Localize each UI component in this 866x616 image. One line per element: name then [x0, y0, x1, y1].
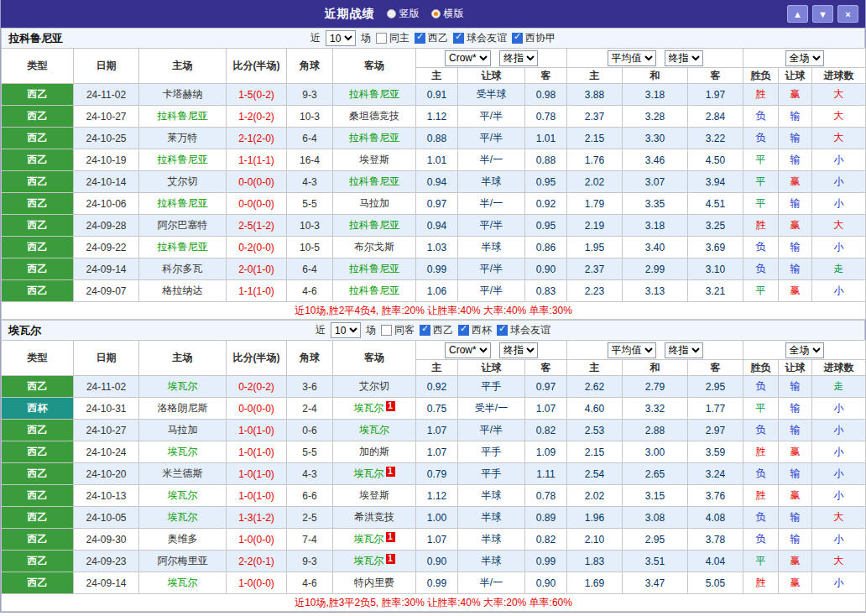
match-row: 西乙24-10-14艾尔切0-0(0-0)4-3拉科鲁尼亚0.94半球0.952…	[2, 171, 866, 193]
away-team: 拉科鲁尼亚	[333, 215, 416, 237]
scroll-up-button[interactable]: ▲	[787, 5, 808, 23]
avg-source-select[interactable]: 终指	[665, 50, 703, 66]
home-team-name: 马拉加	[168, 424, 198, 436]
checkbox-label: 同主	[389, 31, 410, 45]
corners: 4-6	[287, 572, 333, 594]
filter-checkbox-item[interactable]: 同主	[376, 31, 410, 45]
avg-odds-value: 1.79	[567, 193, 623, 215]
away-team: 埃瓦尔1	[333, 551, 416, 572]
odds-value: 0.90	[416, 551, 458, 572]
home-team-name: 埃瓦尔	[168, 446, 198, 457]
filter-bar: 近10场同客西乙西杯球会友谊	[2, 322, 864, 338]
avg-odds-value: 1.77	[688, 398, 743, 420]
header-select-cell: Crow*终指	[416, 341, 567, 360]
subcol-header: 胜负	[743, 68, 779, 84]
corners: 9-3	[287, 551, 333, 572]
avg-odds-value: 2.62	[567, 376, 623, 398]
odds-value: 半球	[458, 237, 525, 258]
checkbox-label: 西乙	[433, 323, 453, 337]
scroll-down-button[interactable]: ▼	[812, 5, 833, 23]
league-badge: 西乙	[2, 420, 74, 441]
league-badge: 西乙	[2, 280, 74, 302]
checkbox-checked-icon	[453, 33, 464, 44]
avg-odds-value: 3.59	[688, 441, 743, 463]
filter-checkbox-item[interactable]: 同客	[381, 323, 415, 337]
score: 1-0(1-0)	[227, 463, 287, 485]
away-team: 希洪竞技	[333, 507, 416, 529]
home-team: 埃瓦尔	[139, 572, 227, 594]
avg-odds-value: 3.21	[688, 280, 743, 302]
result-flag: 平	[743, 398, 779, 420]
result-flag: 输	[779, 258, 812, 280]
home-team: 埃瓦尔	[139, 485, 227, 507]
away-team: 埃瓦尔	[333, 420, 416, 441]
odds-value: 半球	[458, 529, 525, 551]
avg-odds-value: 3.25	[688, 215, 743, 237]
match-date: 24-10-25	[74, 128, 139, 149]
odds-value: 平/半	[458, 280, 525, 302]
odds-value: 半球	[458, 485, 525, 507]
avg-odds-value: 3.00	[623, 441, 688, 463]
match-date: 24-09-28	[74, 215, 139, 237]
filter-checkbox-item[interactable]: 西乙	[420, 323, 453, 337]
close-icon[interactable]: ×	[837, 5, 858, 23]
result-flag: 小	[812, 149, 866, 171]
away-team-name: 埃瓦尔	[359, 424, 389, 436]
checkbox-label: 球会友谊	[510, 323, 550, 337]
corners: 0-6	[287, 420, 333, 441]
away-team: 埃登斯	[333, 149, 416, 171]
avg-odds-value: 4.60	[567, 398, 623, 420]
match-row: 西乙24-10-20米兰德斯1-0(1-0)4-3埃瓦尔10.79平手1.112…	[2, 463, 866, 485]
odds-source-select[interactable]: Crow*	[445, 342, 491, 358]
match-date: 24-11-02	[74, 376, 139, 398]
recent-count-select[interactable]: 10	[331, 322, 361, 338]
avg-source-select[interactable]: 终指	[665, 342, 703, 358]
filter-checkbox-item[interactable]: 球会友谊	[497, 323, 550, 337]
away-team-name: 埃瓦尔	[354, 533, 384, 545]
score: 2-0(1-0)	[227, 258, 287, 280]
radio-horizontal-layout[interactable]: 横版	[431, 7, 464, 21]
radio-vertical-layout[interactable]: 竖版	[387, 7, 420, 21]
odds-source-select[interactable]: 终指	[499, 50, 538, 66]
score: 1-2(0-2)	[227, 106, 287, 128]
avg-odds-value: 4.08	[688, 507, 743, 529]
match-date: 24-09-14	[74, 258, 139, 280]
odds-value: 0.83	[525, 280, 567, 302]
filter-checkbox-item[interactable]: 西杯	[458, 323, 492, 337]
filter-checkbox-item[interactable]: 西乙	[415, 31, 448, 45]
odds-value: 平/半	[458, 128, 525, 149]
away-team: 埃登斯	[333, 485, 416, 507]
home-team-name: 埃瓦尔	[168, 577, 198, 588]
recent-count-select[interactable]: 10	[326, 30, 356, 46]
away-team-name: 拉科鲁尼亚	[349, 219, 399, 231]
filter-checkbox-item[interactable]: 球会友谊	[453, 31, 507, 45]
league-badge: 西杯	[2, 398, 74, 420]
fullmatch-select[interactable]: 全场	[785, 50, 824, 66]
avg-odds-value: 2.53	[567, 420, 623, 441]
fullmatch-select[interactable]: 全场	[785, 342, 824, 358]
away-team: 拉科鲁尼亚	[333, 84, 416, 106]
away-team: 加的斯	[333, 441, 416, 463]
odds-source-select[interactable]: 终指	[499, 342, 538, 358]
away-team-name: 拉科鲁尼亚	[349, 263, 399, 274]
score: 0-0(0-0)	[227, 193, 287, 215]
odds-source-select[interactable]: Crow*	[445, 50, 491, 66]
home-team-name: 拉科鲁尼亚	[158, 110, 208, 122]
avg-source-select[interactable]: 平均值	[608, 50, 656, 66]
section-header: 拉科鲁尼亚近10场同主西乙球会友谊西协甲	[1, 28, 865, 48]
home-team-name: 埃瓦尔	[168, 380, 198, 392]
avg-odds-value: 3.69	[688, 237, 743, 258]
result-flag: 输	[779, 106, 812, 128]
away-team: 特内里费	[333, 572, 416, 594]
result-flag: 负	[743, 420, 779, 441]
avg-source-select[interactable]: 平均值	[608, 342, 656, 358]
checkbox-label: 西乙	[428, 31, 448, 45]
avg-odds-value: 3.88	[567, 84, 623, 106]
avg-odds-value: 4.04	[688, 551, 743, 572]
match-row: 西乙24-09-23阿尔梅里亚2-2(0-1)9-3埃瓦尔10.90半球0.99…	[2, 551, 866, 572]
result-flag: 大	[812, 551, 866, 572]
score: 1-5(0-2)	[227, 84, 287, 106]
subcol-header: 让球	[779, 360, 812, 376]
avg-odds-value: 3.30	[623, 128, 688, 149]
filter-checkbox-item[interactable]: 西协甲	[512, 31, 556, 45]
